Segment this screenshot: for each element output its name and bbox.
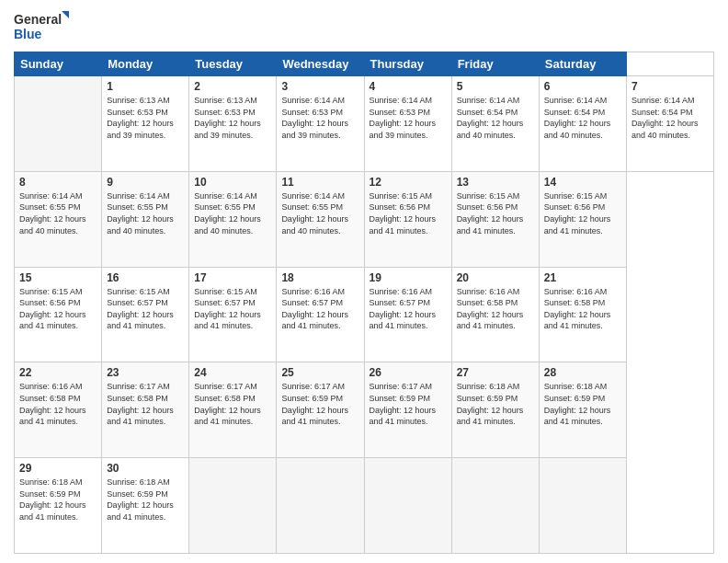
day-info: Sunrise: 6:18 AMSunset: 6:59 PMDaylight:… [107, 477, 184, 523]
day-number: 2 [194, 80, 271, 93]
calendar-day-cell: 2 Sunrise: 6:13 AMSunset: 6:53 PMDayligh… [189, 76, 277, 172]
calendar-week-row: 8 Sunrise: 6:14 AMSunset: 6:55 PMDayligh… [15, 171, 714, 267]
svg-marker-2 [62, 11, 69, 18]
day-number: 7 [631, 80, 709, 93]
calendar-header-row: SundayMondayTuesdayWednesdayThursdayFrid… [15, 52, 714, 76]
day-number: 6 [544, 80, 621, 93]
calendar-day-cell: 13 Sunrise: 6:15 AMSunset: 6:56 PMDaylig… [451, 171, 539, 267]
calendar-day-cell: 1 Sunrise: 6:13 AMSunset: 6:53 PMDayligh… [102, 76, 189, 172]
calendar-day-cell: 4 Sunrise: 6:14 AMSunset: 6:53 PMDayligh… [364, 76, 451, 172]
day-info: Sunrise: 6:13 AMSunset: 6:53 PMDaylight:… [194, 95, 271, 141]
calendar-day-cell: 8 Sunrise: 6:14 AMSunset: 6:55 PMDayligh… [15, 171, 102, 267]
calendar-day-cell [189, 458, 277, 554]
day-info: Sunrise: 6:15 AMSunset: 6:56 PMDaylight:… [457, 190, 534, 236]
calendar-day-header: Monday [102, 52, 189, 76]
day-info: Sunrise: 6:16 AMSunset: 6:58 PMDaylight:… [544, 286, 621, 332]
calendar-day-cell: 5 Sunrise: 6:14 AMSunset: 6:54 PMDayligh… [451, 76, 539, 172]
day-number: 14 [544, 176, 621, 189]
day-number: 12 [370, 176, 447, 189]
svg-text:Blue: Blue [14, 27, 42, 41]
day-number: 24 [194, 366, 271, 379]
calendar-day-header: Saturday [539, 52, 626, 76]
day-number: 25 [281, 366, 358, 379]
page: General Blue SundayMondayTuesdayWednesda… [0, 0, 728, 563]
day-info: Sunrise: 6:17 AMSunset: 6:58 PMDaylight:… [194, 381, 271, 427]
day-number: 22 [19, 366, 97, 379]
calendar-day-cell: 24 Sunrise: 6:17 AMSunset: 6:58 PMDaylig… [189, 362, 277, 458]
day-info: Sunrise: 6:17 AMSunset: 6:59 PMDaylight:… [370, 381, 447, 427]
day-number: 30 [107, 462, 184, 475]
calendar-day-header: Wednesday [277, 52, 364, 76]
calendar-day-cell: 30 Sunrise: 6:18 AMSunset: 6:59 PMDaylig… [102, 458, 189, 554]
day-number: 28 [544, 366, 621, 379]
day-info: Sunrise: 6:16 AMSunset: 6:58 PMDaylight:… [457, 286, 534, 332]
calendar-day-cell: 17 Sunrise: 6:15 AMSunset: 6:57 PMDaylig… [189, 267, 277, 362]
calendar-day-header: Friday [451, 52, 539, 76]
svg-text:General: General [14, 12, 62, 27]
calendar-week-row: 1 Sunrise: 6:13 AMSunset: 6:53 PMDayligh… [15, 76, 714, 172]
calendar-day-cell [539, 458, 626, 554]
day-info: Sunrise: 6:14 AMSunset: 6:55 PMDaylight:… [194, 190, 271, 236]
logo-svg: General Blue [14, 9, 69, 44]
calendar-day-cell: 16 Sunrise: 6:15 AMSunset: 6:57 PMDaylig… [102, 267, 189, 362]
day-number: 19 [370, 271, 447, 284]
calendar-day-cell: 9 Sunrise: 6:14 AMSunset: 6:55 PMDayligh… [102, 171, 189, 267]
day-info: Sunrise: 6:15 AMSunset: 6:57 PMDaylight:… [107, 286, 184, 332]
day-number: 8 [19, 176, 97, 189]
calendar-week-row: 15 Sunrise: 6:15 AMSunset: 6:56 PMDaylig… [15, 267, 714, 362]
day-info: Sunrise: 6:17 AMSunset: 6:58 PMDaylight:… [107, 381, 184, 427]
calendar-week-row: 29 Sunrise: 6:18 AMSunset: 6:59 PMDaylig… [15, 458, 714, 554]
day-info: Sunrise: 6:15 AMSunset: 6:56 PMDaylight:… [544, 190, 621, 236]
day-number: 5 [457, 80, 534, 93]
calendar-day-cell: 23 Sunrise: 6:17 AMSunset: 6:58 PMDaylig… [102, 362, 189, 458]
day-info: Sunrise: 6:16 AMSunset: 6:57 PMDaylight:… [370, 286, 447, 332]
day-info: Sunrise: 6:15 AMSunset: 6:56 PMDaylight:… [19, 286, 97, 332]
calendar-day-cell: 12 Sunrise: 6:15 AMSunset: 6:56 PMDaylig… [364, 171, 451, 267]
day-number: 10 [194, 176, 271, 189]
day-number: 11 [281, 176, 358, 189]
day-info: Sunrise: 6:14 AMSunset: 6:55 PMDaylight:… [281, 190, 358, 236]
calendar-day-cell [451, 458, 539, 554]
day-info: Sunrise: 6:14 AMSunset: 6:55 PMDaylight:… [19, 190, 97, 236]
logo: General Blue [14, 9, 69, 44]
day-number: 15 [19, 271, 97, 284]
day-info: Sunrise: 6:16 AMSunset: 6:58 PMDaylight:… [19, 381, 97, 427]
day-number: 13 [457, 176, 534, 189]
calendar-day-cell: 22 Sunrise: 6:16 AMSunset: 6:58 PMDaylig… [15, 362, 102, 458]
calendar-day-cell: 7 Sunrise: 6:14 AMSunset: 6:54 PMDayligh… [626, 76, 713, 172]
calendar-day-cell: 28 Sunrise: 6:18 AMSunset: 6:59 PMDaylig… [539, 362, 626, 458]
calendar-day-cell: 14 Sunrise: 6:15 AMSunset: 6:56 PMDaylig… [539, 171, 626, 267]
calendar-day-cell: 18 Sunrise: 6:16 AMSunset: 6:57 PMDaylig… [277, 267, 364, 362]
calendar-day-cell [15, 76, 102, 172]
calendar-day-cell: 29 Sunrise: 6:18 AMSunset: 6:59 PMDaylig… [15, 458, 102, 554]
day-number: 17 [194, 271, 271, 284]
day-info: Sunrise: 6:14 AMSunset: 6:55 PMDaylight:… [107, 190, 184, 236]
day-number: 1 [107, 80, 184, 93]
day-info: Sunrise: 6:16 AMSunset: 6:57 PMDaylight:… [281, 286, 358, 332]
day-info: Sunrise: 6:15 AMSunset: 6:57 PMDaylight:… [194, 286, 271, 332]
calendar-day-cell: 15 Sunrise: 6:15 AMSunset: 6:56 PMDaylig… [15, 267, 102, 362]
day-info: Sunrise: 6:14 AMSunset: 6:54 PMDaylight:… [631, 95, 709, 141]
day-number: 23 [107, 366, 184, 379]
calendar-day-cell: 19 Sunrise: 6:16 AMSunset: 6:57 PMDaylig… [364, 267, 451, 362]
calendar-day-header: Sunday [15, 52, 102, 76]
calendar-day-cell: 26 Sunrise: 6:17 AMSunset: 6:59 PMDaylig… [364, 362, 451, 458]
day-number: 20 [457, 271, 534, 284]
header: General Blue [14, 9, 714, 44]
calendar-day-cell: 27 Sunrise: 6:18 AMSunset: 6:59 PMDaylig… [451, 362, 539, 458]
day-number: 27 [457, 366, 534, 379]
day-number: 9 [107, 176, 184, 189]
calendar-day-cell: 10 Sunrise: 6:14 AMSunset: 6:55 PMDaylig… [189, 171, 277, 267]
day-info: Sunrise: 6:18 AMSunset: 6:59 PMDaylight:… [544, 381, 621, 427]
day-info: Sunrise: 6:15 AMSunset: 6:56 PMDaylight:… [370, 190, 447, 236]
calendar-table: SundayMondayTuesdayWednesdayThursdayFrid… [14, 52, 714, 554]
calendar-week-row: 22 Sunrise: 6:16 AMSunset: 6:58 PMDaylig… [15, 362, 714, 458]
day-number: 3 [281, 80, 358, 93]
day-number: 16 [107, 271, 184, 284]
day-info: Sunrise: 6:13 AMSunset: 6:53 PMDaylight:… [107, 95, 184, 141]
calendar-day-header: Tuesday [189, 52, 277, 76]
calendar-day-cell: 25 Sunrise: 6:17 AMSunset: 6:59 PMDaylig… [277, 362, 364, 458]
day-info: Sunrise: 6:14 AMSunset: 6:54 PMDaylight:… [544, 95, 621, 141]
calendar-day-cell: 20 Sunrise: 6:16 AMSunset: 6:58 PMDaylig… [451, 267, 539, 362]
day-info: Sunrise: 6:14 AMSunset: 6:53 PMDaylight:… [281, 95, 358, 141]
